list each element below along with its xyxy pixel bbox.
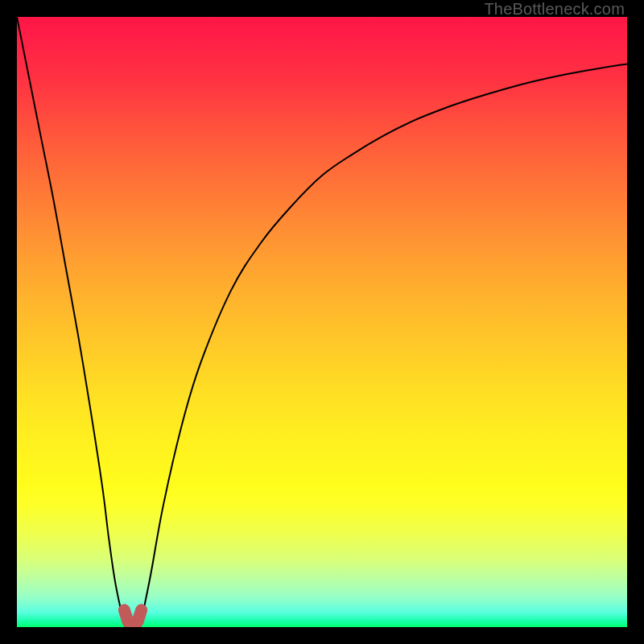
- attribution-text: TheBottleneck.com: [484, 0, 625, 19]
- chart-frame: TheBottleneck.com: [0, 0, 644, 644]
- dip-marker: [124, 610, 141, 624]
- right-curve: [140, 64, 627, 627]
- curve-layer: [17, 17, 627, 627]
- plot-area: [17, 17, 627, 627]
- left-curve: [17, 17, 126, 627]
